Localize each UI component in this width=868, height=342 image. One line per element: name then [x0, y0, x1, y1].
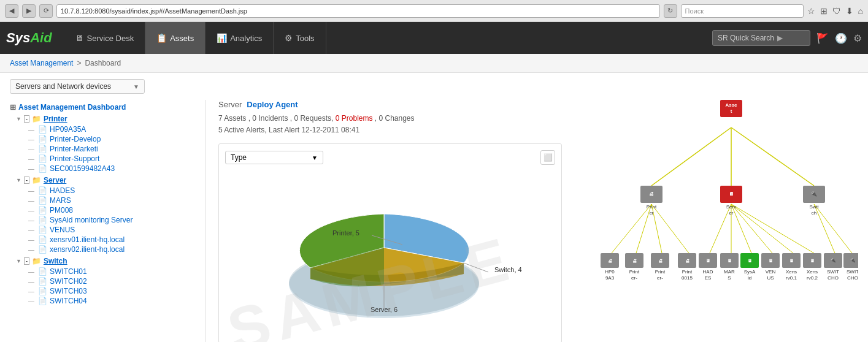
list-item[interactable]: —📄VENUS	[28, 225, 199, 235]
nav-tabs: 🖥 Service Desk 📋 Assets 📊 Analytics ⚙ To…	[64, 22, 712, 54]
net-node-asset[interactable]: Asset	[720, 100, 742, 117]
net-node-sysaid[interactable]: 🖥 SysAid	[740, 253, 759, 281]
settings-icon[interactable]: ⚙	[853, 32, 862, 44]
list-item[interactable]: —📄SWITCH03	[28, 286, 199, 296]
doc-icon: 📄	[38, 125, 47, 134]
history-icon[interactable]: ⊞	[820, 6, 828, 16]
network-svg	[601, 100, 858, 333]
list-item[interactable]: —📄HADES	[28, 186, 199, 196]
svg-line-17	[731, 204, 814, 253]
net-node-venus[interactable]: 🖥 VENUS	[761, 253, 780, 281]
reload-button[interactable]: ⟳	[39, 4, 53, 18]
tree-group-switch-label[interactable]: ▼ - 📁 Switch	[16, 257, 199, 265]
net-node-swit02[interactable]: 🔌 SWITCHO	[843, 253, 858, 281]
list-item[interactable]: —📄SWITCH01	[28, 267, 199, 276]
list-item[interactable]: —📄SysAid monitoring Server	[28, 215, 199, 225]
doc-icon: 📄	[38, 226, 47, 234]
swit01-label: SWITCHO	[827, 269, 839, 281]
tab-tools[interactable]: ⚙ Tools	[274, 22, 326, 54]
network-diagram: Asset 🖨 Printer 🖥 Server 🔌	[601, 100, 858, 333]
chart-panel: Type ▼ ⬜	[218, 143, 562, 342]
app-logo: SysAid	[6, 30, 52, 46]
list-item[interactable]: —📄HP09A35A	[28, 124, 199, 134]
printer-box-label: Printer	[647, 204, 656, 216]
list-item[interactable]: —📄MARS	[28, 196, 199, 205]
list-item[interactable]: —📄Printer-Marketi	[28, 144, 199, 154]
tab-service-desk[interactable]: 🖥 Service Desk	[64, 22, 146, 54]
net-node-xensrv01[interactable]: 🖥 Xensrv0.1	[782, 253, 801, 281]
switch-label: Switch, 4	[494, 266, 522, 273]
net-node-xensrv02[interactable]: 🖥 Xensrv0.2	[803, 253, 821, 281]
doc-icon: 📄	[38, 297, 47, 305]
shield-icon[interactable]: 🛡	[832, 6, 841, 16]
doc-icon: 📄	[38, 235, 47, 244]
browser-search[interactable]: Поиск	[681, 4, 804, 18]
doc-icon: 📄	[38, 145, 47, 153]
tree-dashboard-title[interactable]: ⊞ Asset Management Dashboard	[10, 103, 199, 112]
deploy-agent-link[interactable]: Deploy Agent	[247, 100, 298, 109]
chart-expand-button[interactable]: ⬜	[540, 150, 555, 165]
list-item[interactable]: —📄PM008	[28, 205, 199, 215]
prdev-label: Printer-	[629, 269, 639, 281]
net-node-prdev[interactable]: 🖨 Printer-	[625, 253, 643, 281]
list-item[interactable]: —📄SWITCH02	[28, 276, 199, 286]
net-node-server[interactable]: 🖥 Server	[720, 186, 742, 216]
doc-icon: 📄	[38, 216, 47, 224]
asset-box: Asset	[720, 100, 742, 117]
chart-select-arrow: ▼	[312, 154, 318, 161]
printer-folder-icon: 📁	[32, 115, 41, 123]
problems-link[interactable]: 0 Problems	[336, 114, 373, 123]
prmkt-label: Printer-	[655, 269, 665, 281]
doc-icon: 📄	[38, 186, 47, 195]
service-desk-icon: 🖥	[75, 33, 84, 43]
servers-dropdown[interactable]: Servers and Network devices ▼	[10, 79, 145, 94]
list-item[interactable]: —📄Printer-Develop	[28, 134, 199, 144]
home-icon[interactable]: ⌂	[858, 6, 863, 16]
list-item[interactable]: —📄xensrv01.ilient-hq.local	[28, 235, 199, 245]
flag-icon[interactable]: 🚩	[816, 32, 829, 44]
net-node-swit01[interactable]: 🔌 SWITCHO	[824, 253, 842, 281]
mars-box: 🖥	[720, 253, 739, 268]
tab-analytics[interactable]: 📊 Analytics	[205, 22, 274, 54]
forward-button[interactable]: ▶	[22, 4, 36, 18]
net-node-hp09[interactable]: 🖨 HP09A3	[601, 253, 619, 281]
list-item[interactable]: —📄SEC001599482A43	[28, 164, 199, 173]
tree-minus-icon3: -	[24, 257, 29, 265]
tab-assets[interactable]: 📋 Assets	[145, 22, 205, 54]
xensrv02-label: Xensrv0.2	[807, 269, 818, 281]
breadcrumb-separator: >	[77, 59, 81, 67]
doc-icon: 📄	[38, 154, 47, 163]
net-node-prmkt[interactable]: 🖨 Printer-	[651, 253, 669, 281]
tree-expand-icon: ▼	[16, 116, 21, 122]
chart-type-select[interactable]: Type ▼	[225, 151, 323, 164]
analytics-icon: 📊	[217, 33, 227, 43]
tab-service-desk-label: Service Desk	[87, 34, 134, 43]
tree-group-printer-label[interactable]: ▼ - 📁 Printer	[16, 115, 199, 123]
net-node-mars[interactable]: 🖥 MARS	[720, 253, 739, 281]
swit01-box: 🔌	[824, 253, 842, 268]
net-node-switch[interactable]: 🔌 Switch	[803, 186, 825, 216]
tree-group-server-label[interactable]: ▼ - 📁 Server	[16, 176, 199, 184]
list-item[interactable]: —📄xensrv02.ilient-hq.local	[28, 245, 199, 254]
venus-label: VENUS	[766, 269, 775, 281]
logo-aid: Aid	[30, 30, 52, 45]
quick-search-bar[interactable]: SR Quick Search ▶	[712, 30, 810, 46]
breadcrumb-parent[interactable]: Asset Management	[10, 59, 73, 67]
venus-box: 🖥	[761, 253, 780, 268]
list-item[interactable]: —📄SWITCH04	[28, 296, 199, 306]
chart-type-label: Type	[231, 153, 247, 162]
quick-search-arrow: ▶	[777, 34, 783, 42]
download-icon[interactable]: ⬇	[846, 6, 853, 16]
net-node-hades[interactable]: 🖥 HADES	[699, 253, 717, 281]
list-item[interactable]: —📄Printer-Support	[28, 154, 199, 164]
refresh-icon[interactable]: ↻	[664, 4, 677, 18]
tree-group-switch: ▼ - 📁 Switch —📄SWITCH01 —📄SWITCH02 —📄SWI…	[16, 257, 199, 306]
servers-dropdown-label: Servers and Network devices	[15, 82, 111, 91]
bookmark-icon[interactable]: ☆	[807, 6, 815, 16]
clock-icon[interactable]: 🕐	[835, 32, 847, 44]
printer-label: Printer, 5	[332, 229, 359, 237]
net-node-sec001[interactable]: 🖨 Print0015	[678, 253, 696, 281]
back-button[interactable]: ◀	[5, 4, 18, 18]
url-bar[interactable]: 10.7.8.120:8080/sysaid/index.jsp#/AssetM…	[56, 4, 660, 18]
net-node-printer[interactable]: 🖨 Printer	[640, 186, 663, 216]
